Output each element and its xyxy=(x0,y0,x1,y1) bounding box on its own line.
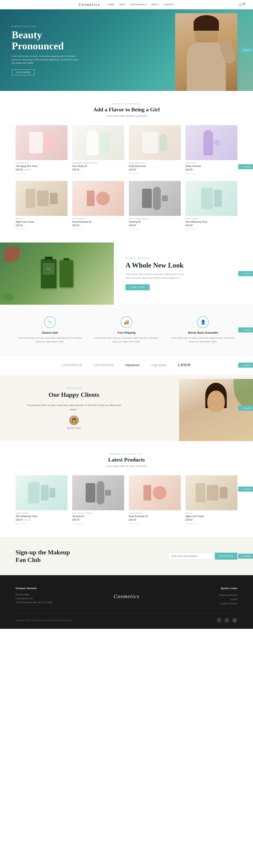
product-name-7: Shaving Kit xyxy=(129,221,181,223)
reviewer-name: Marilyn Keller xyxy=(16,427,132,429)
latest-customize-btn[interactable]: ✏️ Customize xyxy=(238,487,253,492)
product-price-6: £20.00 xyxy=(72,224,124,227)
footer-social-twitter[interactable]: t xyxy=(224,618,230,623)
product-card-1: Face Masks Anti-aging Skin Toner £40.00 … xyxy=(16,125,67,175)
products-row-1: Face Masks Anti-aging Skin Toner £40.00 … xyxy=(16,125,237,175)
testimonials-content: Testimonials Our Happy Clients "Lorem ip… xyxy=(16,387,132,429)
newsletter-customize-btn[interactable]: ✏️ Customize xyxy=(238,554,253,559)
product-card-8: Skin Toner Skin Whitening Toner £40.00 ★… xyxy=(186,181,237,231)
newsletter-subscribe-button[interactable]: SUBSCRIBE xyxy=(215,553,237,560)
brand-logo-3: logoipsum xyxy=(125,363,140,367)
product-price-7: £40.00 xyxy=(129,224,181,227)
footer-contact-address: 123 Fifth Avenue, New York, NY 10160 xyxy=(16,600,84,604)
latest-product-image-2 xyxy=(72,475,124,510)
nav-link-about[interactable]: ABOUT xyxy=(151,3,159,6)
latest-name-1: Skin Whitening Toner xyxy=(16,515,67,518)
newsletter-email-input[interactable] xyxy=(168,553,215,560)
latest-price-1: £40.00 £11.00 xyxy=(16,519,67,521)
brands-customize-btn[interactable]: ✏️ Customize xyxy=(238,363,253,368)
footer-bottom: Copyright © 2024 Cosmetics Store | Power… xyxy=(16,614,237,623)
latest-desc: Lorem ipsum dolor sit amet, consectetur xyxy=(16,465,237,467)
promo-image: Maui xyxy=(0,243,114,305)
footer-contact: Contact Details 929-242-6868 contact@inf… xyxy=(16,587,84,606)
product-image-5 xyxy=(16,181,67,216)
nav-link-shop[interactable]: SHOP xyxy=(119,3,125,6)
latest-product-4: Botox Night Care Cream £25.00 ★★★★★ xyxy=(186,475,237,525)
product-stars-8: ★★★★★ xyxy=(186,228,237,231)
latest-name-4: Night Care Cream xyxy=(186,515,237,518)
product-price-5: £25.00 xyxy=(16,224,67,227)
season-sale-icon: % xyxy=(44,316,56,328)
nav-link-testimonials[interactable]: TESTIMONIALS xyxy=(130,3,146,6)
footer-links: Quick Links Shipping & Returns Contact C… xyxy=(169,587,237,606)
promo-customize-btn[interactable]: ✏️ Customize xyxy=(238,271,253,276)
product-image-6 xyxy=(72,181,124,216)
latest-stars-2: ★★★★★ xyxy=(72,522,124,525)
product-name-6: Rose Essential Oil xyxy=(72,221,124,223)
hero-customize-btn[interactable]: Customize xyxy=(241,48,253,53)
nav-logo: Cosmetics xyxy=(79,2,100,7)
promo-tag: Be Bold, Be Daring xyxy=(125,257,241,259)
product-price-2: £30.00 xyxy=(72,168,124,171)
footer-link-service[interactable]: Customer Service xyxy=(169,601,237,606)
product-image-2 xyxy=(72,125,124,160)
product-image-4 xyxy=(186,125,237,160)
product-card-4: Skin Pills Deep Cleanser £40.00 ★★★★★ xyxy=(186,125,237,175)
product-stars-3: ★★★★★ xyxy=(129,172,181,175)
product-card-3: Skin Peelawas Daily Moisturiser £45.00 ★… xyxy=(129,125,181,175)
cart-badge: 0 xyxy=(243,3,245,5)
products-row-2: Botox Night Care Cream £25.00 ★★★★★ Face… xyxy=(16,181,237,231)
product-category-5: Botox xyxy=(16,218,67,220)
latest-name-2: Shaving Kit xyxy=(72,515,124,518)
brands-section: LOGOIPSUM LOGŌIPSUM logoipsum Logo Ipsum… xyxy=(0,355,253,375)
product-stars-5: ★★★★★ xyxy=(16,228,67,231)
testimonials-title: Our Happy Clients xyxy=(16,391,132,398)
latest-stars-4: ★★★★★ xyxy=(186,522,237,525)
testimonials-customize-btn[interactable]: ✏️ Customize xyxy=(238,406,253,411)
feature-desc-3: Lorem ipsum dolor sit amet, consectetur … xyxy=(169,336,237,343)
nav-link-home[interactable]: HOME xyxy=(108,3,114,6)
hero-cta-button[interactable]: VIEW MORE xyxy=(12,69,35,75)
product-stars-2: ★★★★★ xyxy=(72,172,124,175)
nav-link-contact[interactable]: CONTACT xyxy=(164,3,174,6)
footer-link-shipping[interactable]: Shipping & Returns xyxy=(169,593,237,597)
brand-logo-1: LOGOIPSUM xyxy=(62,363,82,367)
latest-product-image-4 xyxy=(186,475,237,510)
footer-copyright: Copyright © 2024 Cosmetics Store | Power… xyxy=(16,619,72,621)
footer-links-list: Shipping & Returns Contact Customer Serv… xyxy=(169,593,237,606)
shipping-icon: 🚚 xyxy=(121,316,132,328)
latest-category-1: Skin Toner xyxy=(16,512,67,514)
footer-social-facebook[interactable]: f xyxy=(217,618,222,623)
product-name-4: Deep Cleanser xyxy=(186,165,237,167)
product-price-8: £40.00 xyxy=(186,224,237,227)
footer-links-title: Quick Links xyxy=(169,587,237,590)
footer-socials: f t p xyxy=(217,618,237,623)
promo-cta-button[interactable]: VIEW MORE xyxy=(125,284,150,290)
nav-links: HOME SHOP TESTIMONIALS ABOUT CONTACT xyxy=(108,3,174,6)
promo-content: Be Bold, Be Daring A Whole New Look Lore… xyxy=(114,243,253,305)
latest-product-2: Anti-aging Cream Shaving Kit £30.00 ★★★★… xyxy=(72,475,124,525)
latest-price-3: £20.00 xyxy=(129,519,181,521)
product-image-7 xyxy=(129,181,181,216)
testimonials-quote: "Lorem ipsum dolor sit amet, consectetur… xyxy=(25,403,122,411)
product-stars-1: ★★★★★ xyxy=(16,172,67,175)
testimonials-tag: Testimonials xyxy=(16,387,132,389)
product-category-3: Skin Peelawas xyxy=(129,162,181,164)
cart-icon[interactable]: 🛒0 xyxy=(238,2,245,7)
features-customize-btn[interactable]: ✏️ Customize xyxy=(238,328,253,333)
hero-title: BeautyPronounced xyxy=(12,29,82,52)
promo-title: A Whole New Look xyxy=(125,261,241,269)
newsletter-form: SUBSCRIBE xyxy=(168,553,237,560)
products-customize-btn[interactable]: ✏️ Customize xyxy=(238,164,253,169)
footer-link-contact[interactable]: Contact xyxy=(169,597,237,601)
product-card-6: Face Cream Rose Essential Oil £20.00 ★★★… xyxy=(72,181,124,231)
product-image-3 xyxy=(129,125,181,160)
brand-logo-4: Logo Ipsum xyxy=(151,363,166,367)
latest-category-3: Face Cream xyxy=(129,512,181,514)
latest-stars-3: ★★★★★ xyxy=(129,522,181,525)
product-image-8 xyxy=(186,181,237,216)
features-section: % Season Sale Lorem ipsum dolor sit amet… xyxy=(0,305,253,355)
feature-free-shipping: 🚚 Free Shipping Lorem ipsum dolor sit am… xyxy=(92,316,161,343)
footer-social-pinterest[interactable]: p xyxy=(232,618,237,623)
latest-price-2: £30.00 xyxy=(72,519,124,521)
